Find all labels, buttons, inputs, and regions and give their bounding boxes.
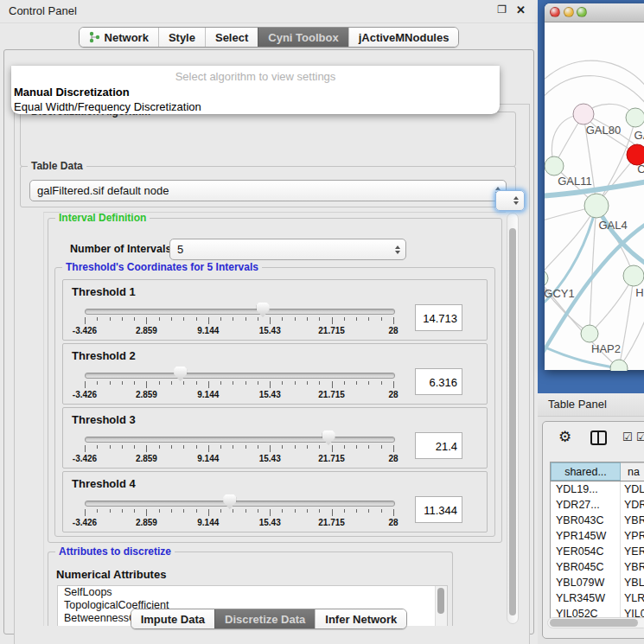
tick-mark xyxy=(344,509,345,513)
tick-mark xyxy=(368,317,369,321)
tab-discretize-data[interactable]: Discretize Data xyxy=(214,609,315,628)
network-node[interactable] xyxy=(623,265,644,286)
traffic-light-zoom-icon[interactable] xyxy=(577,7,587,17)
table-cell: YER054C xyxy=(551,544,621,559)
attribute-item-selfloops[interactable]: SelfLoops xyxy=(58,586,447,599)
combo-stepper-icon xyxy=(513,196,519,205)
algorithm-combo[interactable] xyxy=(495,190,525,211)
threshold-slider-handle[interactable] xyxy=(174,367,187,381)
scale-label: 2.859 xyxy=(136,454,157,463)
control-panel-titlebar: Control Panel ❐ ✕ xyxy=(0,0,538,23)
table-cell: YBR0 xyxy=(621,513,644,528)
tick-mark xyxy=(258,381,258,385)
table-horizontal-scrollbar[interactable] xyxy=(547,617,644,628)
threshold-slider-track[interactable] xyxy=(85,373,395,379)
table-row[interactable]: YPR145WYPR1 xyxy=(551,528,644,544)
threshold-value-field[interactable]: 11.344 xyxy=(415,496,462,523)
table-row[interactable]: YDL19...YDL1 xyxy=(551,481,644,497)
node-label-c: C xyxy=(637,163,644,175)
tick-mark xyxy=(220,509,221,513)
popup-item-manual-discretization[interactable]: Manual Discretization xyxy=(11,85,500,99)
column-header-na[interactable]: na xyxy=(621,462,644,481)
settings-scrollbar[interactable] xyxy=(507,213,519,624)
tick-mark xyxy=(270,317,271,324)
traffic-light-close-icon[interactable] xyxy=(550,7,560,17)
tick-mark xyxy=(146,381,147,388)
traffic-light-minimize-icon[interactable] xyxy=(564,7,574,17)
network-node[interactable] xyxy=(610,360,628,371)
node-label-ga: GA xyxy=(634,129,644,142)
checkbox-icon[interactable]: ☑ xyxy=(622,430,633,443)
table-row[interactable]: YIL052CYIL0 xyxy=(551,606,644,618)
tick-mark xyxy=(295,509,296,513)
threshold-value-field[interactable]: 21.4 xyxy=(415,432,462,459)
tab-jactivemnodules[interactable]: jActiveMNodules xyxy=(348,28,459,47)
gear-icon[interactable]: ⚙ xyxy=(558,428,571,446)
threshold-value-field[interactable]: 6.316 xyxy=(415,368,462,395)
tick-mark xyxy=(196,317,197,321)
tick-mark xyxy=(368,445,369,449)
number-of-intervals-combo[interactable]: 5 xyxy=(169,239,406,260)
table-row[interactable]: YBL079WYBL0 xyxy=(551,575,644,590)
slider-ticks xyxy=(85,509,393,517)
tick-mark xyxy=(344,381,345,385)
table-row[interactable]: YBR043CYBR0 xyxy=(551,513,644,528)
tick-mark xyxy=(258,509,258,513)
threshold-slider-handle[interactable] xyxy=(322,430,335,445)
threshold-slider-track[interactable] xyxy=(85,309,395,315)
tick-mark xyxy=(393,381,394,388)
threshold-value-field[interactable]: 14.713 xyxy=(415,304,462,331)
network-edge[interactable] xyxy=(545,76,644,105)
network-canvas[interactable]: GAL80GACGAL11GAL4GCY1HHAP2 xyxy=(545,22,644,371)
network-graph: GAL80GACGAL11GAL4GCY1HHAP2 xyxy=(545,22,644,371)
table-row[interactable]: YBR045CYBR0 xyxy=(551,559,644,575)
table-data-combo[interactable]: galFiltered.sif default node xyxy=(29,180,507,201)
tick-mark xyxy=(332,509,333,516)
threshold-slider-handle[interactable] xyxy=(223,494,236,509)
network-node[interactable] xyxy=(573,104,594,124)
tab-cyni-toolbox[interactable]: Cyni Toolbox xyxy=(258,28,348,47)
network-edge[interactable] xyxy=(619,276,634,368)
float-window-icon[interactable]: ❐ xyxy=(497,3,507,16)
tab-network[interactable]: Network xyxy=(80,28,158,47)
network-node[interactable] xyxy=(626,108,644,127)
scale-label: 2.859 xyxy=(136,326,157,335)
table-row[interactable]: YER054CYER0 xyxy=(551,544,644,559)
bottom-tabs: Impute DataDiscretize DataInfer Network xyxy=(0,609,538,629)
table-cell: YDL1 xyxy=(621,481,644,497)
network-window-titlebar[interactable] xyxy=(545,3,644,22)
table-hscroll-thumb[interactable] xyxy=(550,619,638,627)
network-node[interactable] xyxy=(581,325,598,342)
threshold-slider-track[interactable] xyxy=(85,437,395,443)
tab-style[interactable]: Style xyxy=(158,28,205,47)
network-node[interactable] xyxy=(545,270,548,287)
tick-mark xyxy=(356,445,357,449)
tick-mark xyxy=(282,445,283,449)
network-node[interactable] xyxy=(584,194,609,218)
tick-mark xyxy=(134,381,135,385)
checkbox-icon[interactable]: ☑ xyxy=(636,430,644,443)
table-header-row: shared...na xyxy=(551,462,644,481)
tick-mark xyxy=(220,445,221,449)
table-cell: YPR145W xyxy=(551,528,621,544)
attributes-group-title: Attributes to discretize xyxy=(55,545,175,558)
tab-infer-network[interactable]: Infer Network xyxy=(315,609,406,628)
tab-impute-data[interactable]: Impute Data xyxy=(131,609,214,628)
tick-mark xyxy=(208,509,209,516)
table-row[interactable]: YLR345WYLR3 xyxy=(551,590,644,606)
threshold-slider-handle[interactable] xyxy=(257,303,270,317)
scale-label: 15.43 xyxy=(259,390,281,399)
network-node[interactable] xyxy=(545,156,564,175)
tick-mark xyxy=(245,381,246,385)
table-row[interactable]: YDR27...YDR2 xyxy=(551,497,644,513)
column-header-shared-[interactable]: shared... xyxy=(551,462,621,481)
threshold-slider-track[interactable] xyxy=(85,501,395,507)
popup-item-equal-width-frequency-discretization[interactable]: Equal Width/Frequency Discretization xyxy=(11,99,500,114)
tick-mark xyxy=(208,445,209,452)
columns-icon[interactable] xyxy=(590,430,607,445)
close-panel-icon[interactable]: ✕ xyxy=(516,3,526,16)
settings-scroll-thumb[interactable] xyxy=(509,228,516,615)
tab-select[interactable]: Select xyxy=(205,28,258,47)
tick-mark xyxy=(97,317,98,321)
node-label-gcy1: GCY1 xyxy=(545,287,575,300)
